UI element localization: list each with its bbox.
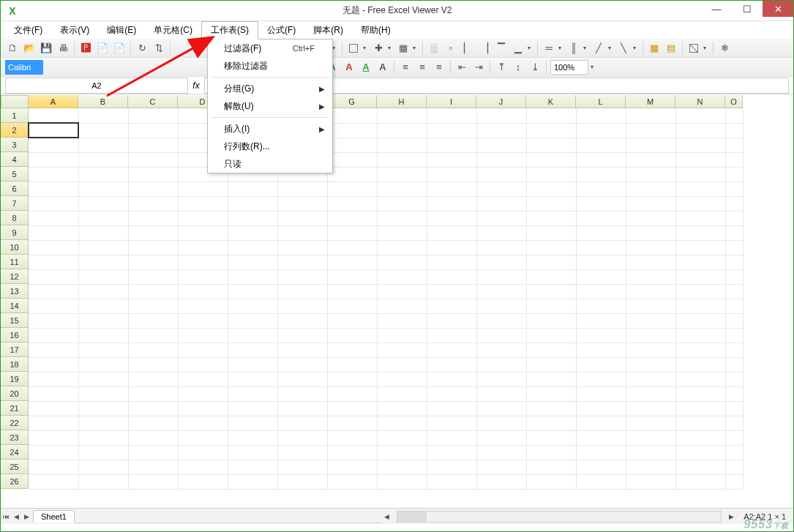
cell[interactable] xyxy=(427,474,476,489)
cell[interactable] xyxy=(725,211,743,225)
cell[interactable] xyxy=(78,430,128,445)
border-all-icon[interactable]: ▦ xyxy=(396,41,411,56)
cell[interactable] xyxy=(29,313,78,328)
dropdown-tick-icon[interactable]: ▾ xyxy=(608,45,614,51)
column-header[interactable]: O xyxy=(725,95,743,108)
cell[interactable] xyxy=(675,225,725,240)
freeze-icon[interactable]: ❄ xyxy=(717,41,732,56)
cell[interactable] xyxy=(128,430,178,445)
cell[interactable] xyxy=(576,123,626,138)
cell[interactable] xyxy=(377,284,427,299)
cell[interactable] xyxy=(476,474,526,489)
cell[interactable] xyxy=(277,401,327,416)
cell[interactable] xyxy=(476,401,526,416)
valign-mid-icon[interactable]: ↕ xyxy=(511,60,525,75)
cell[interactable] xyxy=(327,386,377,401)
cell[interactable] xyxy=(377,342,427,357)
cell[interactable] xyxy=(576,269,626,284)
cell[interactable] xyxy=(675,401,725,416)
row-header[interactable]: 14 xyxy=(1,299,29,313)
cell[interactable] xyxy=(626,357,675,372)
cell[interactable] xyxy=(128,299,178,313)
row-header[interactable]: 22 xyxy=(1,416,29,430)
cell[interactable] xyxy=(476,313,526,328)
border-right-icon[interactable]: ▕ xyxy=(477,41,492,56)
cell[interactable] xyxy=(725,372,743,386)
menu-脚本[interactable]: 脚本(R) xyxy=(304,22,352,39)
cell[interactable] xyxy=(626,401,675,416)
cell[interactable] xyxy=(725,269,743,284)
cell[interactable] xyxy=(526,460,576,474)
cell[interactable] xyxy=(675,284,725,299)
cell[interactable] xyxy=(128,240,178,255)
cell[interactable] xyxy=(78,123,128,138)
menu-编辑[interactable]: 编辑(E) xyxy=(98,22,145,39)
cell[interactable] xyxy=(277,284,327,299)
cell[interactable] xyxy=(626,138,675,152)
menu-工作表[interactable]: 工作表(S) xyxy=(201,21,258,40)
cell[interactable] xyxy=(327,342,377,357)
border-v-icon[interactable]: ║ xyxy=(566,41,581,56)
cell[interactable] xyxy=(377,211,427,225)
cell[interactable] xyxy=(277,255,327,269)
cell[interactable] xyxy=(377,123,427,138)
cell[interactable] xyxy=(675,342,725,357)
cell[interactable] xyxy=(675,255,725,269)
cell[interactable] xyxy=(377,372,427,386)
cell[interactable] xyxy=(29,225,78,240)
cell[interactable] xyxy=(327,211,377,225)
cell[interactable] xyxy=(725,240,743,255)
cell[interactable] xyxy=(576,181,626,196)
cell[interactable] xyxy=(228,357,277,372)
cell[interactable] xyxy=(29,445,78,460)
cell[interactable] xyxy=(626,386,675,401)
cell[interactable] xyxy=(128,181,178,196)
cell[interactable] xyxy=(626,416,675,430)
border-side-icon[interactable]: ▫ xyxy=(443,41,458,56)
indent-inc-icon[interactable]: ⇥ xyxy=(471,60,486,75)
sheet-tab[interactable]: Sheet1 xyxy=(33,510,75,522)
row-header[interactable]: 25 xyxy=(1,460,29,474)
row-header[interactable]: 12 xyxy=(1,269,29,284)
cell[interactable] xyxy=(29,123,78,138)
cell[interactable] xyxy=(128,460,178,474)
cell[interactable] xyxy=(178,225,228,240)
cell[interactable] xyxy=(377,167,427,181)
minimize-button[interactable]: — xyxy=(701,1,732,17)
cell[interactable] xyxy=(277,211,327,225)
cell[interactable] xyxy=(476,123,526,138)
cell[interactable] xyxy=(78,167,128,181)
column-header[interactable]: A xyxy=(29,95,78,108)
cell[interactable] xyxy=(725,460,743,474)
column-header[interactable]: J xyxy=(476,95,526,108)
cell[interactable] xyxy=(427,460,476,474)
cell[interactable] xyxy=(476,138,526,152)
cell[interactable] xyxy=(178,445,228,460)
cell[interactable] xyxy=(78,474,128,489)
cell[interactable] xyxy=(526,181,576,196)
cell[interactable] xyxy=(476,181,526,196)
cell[interactable] xyxy=(29,460,78,474)
cell[interactable] xyxy=(725,386,743,401)
cell[interactable] xyxy=(476,211,526,225)
cell[interactable] xyxy=(626,255,675,269)
row-header[interactable]: 3 xyxy=(1,138,29,152)
cell[interactable] xyxy=(725,328,743,342)
cell[interactable] xyxy=(128,357,178,372)
cell[interactable] xyxy=(128,313,178,328)
cell[interactable] xyxy=(626,167,675,181)
cell[interactable] xyxy=(526,167,576,181)
valign-bot-icon[interactable]: ⤓ xyxy=(528,60,542,75)
cell[interactable] xyxy=(29,196,78,211)
dropdown-tick-icon[interactable]: ▾ xyxy=(633,45,639,51)
cell[interactable] xyxy=(675,108,725,123)
cell[interactable] xyxy=(626,225,675,240)
menu-item-过滤器[interactable]: 过滤器(F)Ctrl+F xyxy=(208,40,332,57)
cell[interactable] xyxy=(29,372,78,386)
cell[interactable] xyxy=(576,284,626,299)
cell[interactable] xyxy=(427,445,476,460)
cell[interactable] xyxy=(377,240,427,255)
pdf-icon[interactable]: 🅿 xyxy=(78,41,93,56)
cell[interactable] xyxy=(78,269,128,284)
cell[interactable] xyxy=(277,328,327,342)
